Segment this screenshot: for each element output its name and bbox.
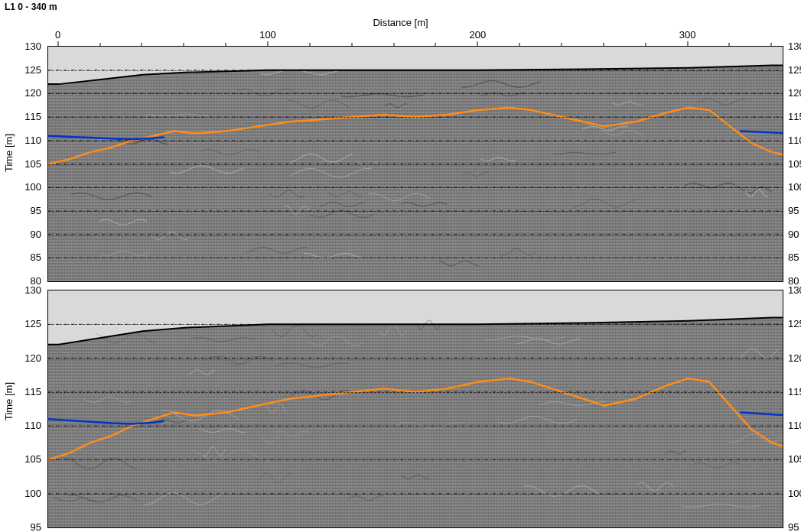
y-tick-label: 95: [18, 204, 47, 216]
y-axis-label-top: Time [m]: [3, 134, 15, 172]
y-tick-label: 90: [18, 228, 47, 239]
panel-bottom-plot: [47, 290, 783, 528]
y-tick-label: 85: [18, 251, 47, 263]
sky-polygon: [48, 47, 783, 84]
gridline: [48, 459, 783, 460]
series-blue-layer-right: [741, 131, 783, 133]
y-tick-label: 125: [18, 63, 47, 75]
y-tick-label: 100: [18, 181, 47, 193]
y-tick-label: 125: [782, 318, 801, 329]
y-tick-label: 85: [782, 251, 801, 263]
y-tick-label: 120: [782, 87, 801, 99]
gridline: [48, 494, 783, 495]
x-axis-label: Distance [m]: [373, 17, 428, 28]
y-tick-label: 110: [18, 134, 47, 145]
gridline: [48, 235, 783, 235]
y-tick-label: 90: [782, 228, 801, 239]
y-tick-label: 115: [18, 111, 47, 122]
gridline: [48, 358, 783, 359]
y-tick-label: 115: [782, 385, 801, 397]
reflectors: [54, 320, 783, 507]
gridline: [48, 141, 783, 141]
y-tick-label: 120: [782, 352, 801, 363]
y-axis-label-bottom: Time [m]: [3, 382, 15, 420]
x-tick-label: 200: [469, 29, 486, 41]
y-tick-label: 130: [18, 284, 47, 296]
y-tick-label: 115: [782, 111, 801, 122]
y-tick-label: 125: [18, 318, 47, 329]
gridline: [48, 258, 783, 258]
sky-polygon: [48, 290, 783, 345]
gridline: [48, 70, 783, 71]
panel-top-plot: [47, 46, 783, 282]
gridline: [48, 324, 783, 325]
gridline: [48, 187, 783, 188]
gridline: [48, 392, 783, 393]
y-tick-label: 115: [18, 385, 47, 397]
y-tick-label: 95: [782, 204, 801, 216]
y-tick-label: 105: [18, 157, 47, 169]
y-tick-label: 95: [782, 521, 801, 533]
page: L1 0 - 340 m Distance [m] 0100200300 Tim…: [0, 0, 801, 532]
x-tick-label: 0: [55, 29, 60, 41]
panel-top: 8080858590909595100100105105110110115115…: [47, 46, 782, 281]
y-tick-label: 100: [782, 487, 801, 498]
y-tick-label: 125: [782, 63, 801, 75]
panel-bottom-overlay: [48, 290, 783, 527]
x-axis-ticks: 0100200300: [47, 29, 782, 44]
series-orange-layer: [48, 378, 783, 459]
y-tick-label: 105: [782, 453, 801, 465]
series-orange-layer: [48, 108, 783, 164]
page-title: L1 0 - 340 m: [5, 2, 57, 12]
y-tick-label: 110: [782, 420, 801, 431]
gridline: [48, 164, 783, 165]
y-tick-label: 100: [18, 487, 47, 498]
gridline: [48, 117, 783, 118]
gridline: [48, 211, 783, 212]
y-tick-label: 105: [782, 157, 801, 169]
y-tick-label: 120: [18, 87, 47, 99]
y-tick-label: 95: [18, 521, 47, 533]
gridline: [48, 426, 783, 427]
panel-bottom: 9595100100105105110110115115120120125125…: [47, 290, 782, 527]
y-tick-label: 130: [782, 41, 801, 52]
y-tick-label: 110: [782, 134, 801, 145]
reflectors: [71, 69, 772, 265]
series-blue-layer-right: [741, 412, 783, 415]
gridline: [48, 93, 783, 94]
y-tick-label: 130: [782, 284, 801, 296]
y-tick-label: 105: [18, 453, 47, 465]
y-tick-label: 100: [782, 181, 801, 193]
y-tick-label: 110: [18, 420, 47, 431]
y-tick-label: 120: [18, 352, 47, 363]
y-tick-label: 130: [18, 41, 47, 52]
x-tick-label: 100: [259, 29, 276, 41]
x-tick-label: 300: [679, 29, 696, 41]
